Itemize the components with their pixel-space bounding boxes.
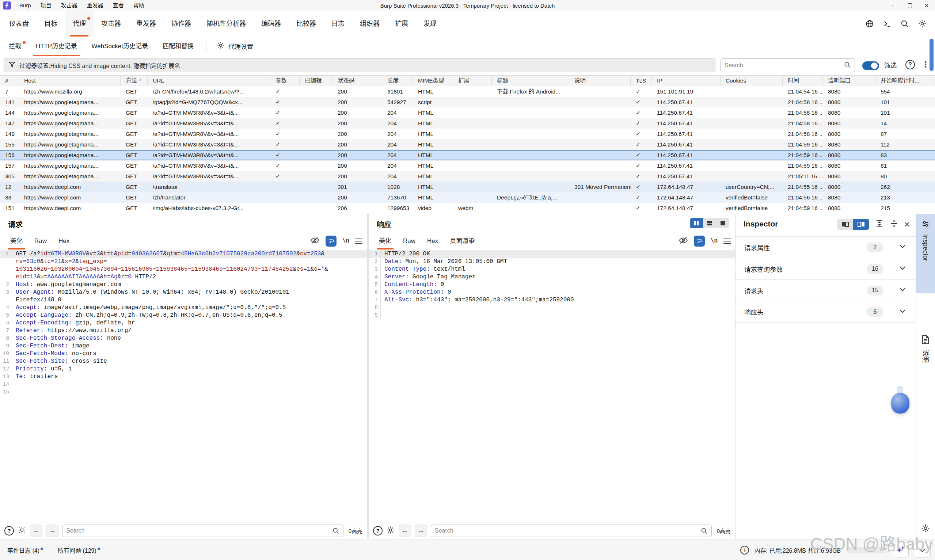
response-search-input[interactable]: [435, 528, 700, 534]
inspector-section-请求查询参数[interactable]: 请求查询参数16: [735, 258, 916, 280]
menu-item-1[interactable]: 项目: [36, 0, 56, 11]
column-header-params[interactable]: 参数: [271, 75, 300, 86]
tab-仪表盘[interactable]: 仪表盘: [2, 11, 37, 37]
menu-item-0[interactable]: Burp: [15, 0, 36, 11]
single-pane-icon[interactable]: [716, 218, 729, 228]
prev-match-button[interactable]: ←: [30, 525, 42, 537]
chevron-down-button[interactable]: [914, 543, 930, 557]
dock-left-icon[interactable]: [837, 219, 853, 230]
column-header-mime[interactable]: MIME类型: [413, 75, 453, 86]
notes-doc-icon[interactable]: [921, 335, 930, 346]
column-header-length[interactable]: 长度: [382, 75, 413, 86]
minimize-button[interactable]: −: [884, 0, 901, 11]
menu-item-4[interactable]: 查看: [108, 0, 129, 11]
editor-tab-Hex[interactable]: Hex: [52, 233, 75, 249]
column-header-ip[interactable]: IP: [652, 75, 721, 86]
prev-match-button[interactable]: ←: [398, 525, 411, 537]
response-editor[interactable]: 1HTTP/2 200 OK2Date: Mon, 16 Mar 2026 13…: [369, 250, 735, 521]
subtab-WebSocket历史记录[interactable]: WebSocket历史记录: [84, 37, 155, 56]
editor-menu-icon[interactable]: [723, 238, 731, 244]
tab-代理[interactable]: 代理: [65, 11, 94, 37]
column-header-method[interactable]: 方法^: [121, 75, 148, 86]
help-icon[interactable]: ?: [906, 60, 915, 69]
history-search-input[interactable]: [724, 62, 844, 69]
history-row[interactable]: 149https://www.googletagmana...GET/a?id=…: [0, 129, 935, 139]
request-search-input[interactable]: [66, 528, 332, 534]
word-wrap-icon[interactable]: [694, 235, 705, 246]
split-horizontal-icon[interactable]: [703, 218, 716, 228]
gear-icon[interactable]: [921, 523, 930, 534]
filter-settings-bar[interactable]: 过滤器设置:Hiding CSS and image content; 隐藏指定…: [4, 58, 715, 72]
strip-tab-inspector[interactable]: Inspector: [921, 234, 929, 261]
editor-menu-icon[interactable]: [355, 238, 363, 244]
inspector-section-请求属性[interactable]: 请求属性2: [735, 236, 916, 258]
collapse-all-icon[interactable]: [890, 219, 898, 229]
history-row[interactable]: 157https://www.googletagmana...GET/a?id=…: [0, 160, 935, 171]
menu-item-5[interactable]: 帮助: [129, 0, 149, 11]
browser-globe-icon[interactable]: [865, 19, 874, 29]
gear-icon[interactable]: [386, 526, 395, 536]
tab-随机性分析器[interactable]: 随机性分析器: [199, 11, 254, 37]
history-row[interactable]: 7https://www.mozilla.orgGET/zh-CN/firefo…: [0, 86, 935, 97]
history-row[interactable]: 151https://www.deepl.comGET/img/ai-labs/…: [0, 203, 935, 213]
scrollbar-thumb[interactable]: [929, 39, 933, 71]
all-issues-button[interactable]: 所有问题 (129): [58, 546, 100, 554]
subtab-匹配和替换[interactable]: 匹配和替换: [155, 37, 201, 56]
editor-tab-页面渲染[interactable]: 页面渲染: [444, 233, 480, 249]
more-options-icon[interactable]: ⋮: [921, 58, 929, 71]
settings-gear-icon[interactable]: [918, 19, 927, 29]
column-header-title[interactable]: 标题: [492, 75, 569, 86]
tab-目标[interactable]: 目标: [37, 11, 65, 37]
split-vertical-icon[interactable]: [690, 218, 703, 228]
tab-组织器[interactable]: 组织器: [352, 11, 387, 37]
ai-sparkles-button[interactable]: [892, 543, 909, 557]
help-icon[interactable]: ?: [373, 526, 383, 535]
inspector-section-请求头[interactable]: 请求头15: [735, 280, 916, 301]
history-row[interactable]: 144https://www.googletagmana...GET/a?id=…: [0, 108, 935, 118]
inspector-section-响应头[interactable]: 响应头6: [735, 301, 916, 323]
history-row[interactable]: 156https://www.googletagmana...GET/a?id=…: [0, 150, 935, 160]
close-button[interactable]: ×: [918, 0, 935, 11]
subtab-HTTP历史记录[interactable]: HTTP历史记录: [29, 37, 84, 56]
editor-tab-Raw[interactable]: Raw: [29, 233, 52, 249]
next-match-button[interactable]: →: [415, 525, 427, 537]
tab-协作器[interactable]: 协作器: [164, 11, 199, 37]
column-header-edited[interactable]: 已编辑: [300, 75, 332, 86]
menu-item-3[interactable]: 重发器: [82, 0, 108, 11]
next-match-button[interactable]: →: [46, 525, 58, 537]
event-log-button[interactable]: 事件日志 (4): [7, 546, 43, 554]
column-header-cookies[interactable]: Cookies: [721, 75, 783, 86]
column-header-host[interactable]: Host: [19, 75, 121, 86]
help-icon[interactable]: ?: [5, 526, 14, 535]
show-newlines-icon[interactable]: \n: [342, 238, 349, 245]
editor-tab-Raw[interactable]: Raw: [397, 233, 421, 249]
gear-icon[interactable]: [17, 526, 26, 536]
history-row[interactable]: 147https://www.googletagmana...GET/a?id=…: [0, 118, 935, 129]
column-header-url[interactable]: URL: [148, 75, 271, 86]
filter-toggle[interactable]: [862, 62, 879, 70]
maximize-button[interactable]: [901, 0, 918, 11]
word-wrap-icon[interactable]: [326, 235, 337, 246]
tab-比较器[interactable]: 比较器: [289, 11, 324, 37]
column-header-port[interactable]: 监听端口: [823, 75, 875, 86]
history-row[interactable]: 305https://www.googletagmana...GET/a?id=…: [0, 171, 935, 182]
expand-all-icon[interactable]: [875, 219, 884, 229]
history-row[interactable]: 12https://www.deepl.comGET/translator301…: [0, 182, 935, 192]
column-header-tls[interactable]: TLS: [631, 75, 652, 86]
column-header-ext[interactable]: 扩展: [453, 75, 492, 86]
history-row[interactable]: 141https://www.googletagmana...GET/gtag/…: [0, 97, 935, 108]
tab-扩展[interactable]: 扩展: [387, 11, 416, 37]
editor-tab-美化[interactable]: 美化: [5, 233, 29, 249]
eye-slash-icon[interactable]: [310, 235, 320, 246]
subtab-拦截[interactable]: 拦截: [2, 37, 29, 56]
column-header-start[interactable]: 开始响应计时...: [875, 75, 935, 86]
close-inspector-icon[interactable]: ×: [904, 220, 910, 229]
editor-tab-Hex[interactable]: Hex: [421, 233, 444, 249]
tab-proxy-settings[interactable]: 代理设置: [212, 41, 258, 51]
strip-tab-notes[interactable]: 说明: [921, 349, 931, 363]
request-editor[interactable]: 1GET /a?id=GTM-MW3R8V&v=3&t=t&pid=940362…: [0, 250, 367, 521]
history-row[interactable]: 155https://www.googletagmana...GET/a?id=…: [0, 139, 935, 150]
editor-tab-美化[interactable]: 美化: [373, 233, 397, 249]
tab-日志[interactable]: 日志: [324, 11, 352, 37]
eye-slash-icon[interactable]: [678, 235, 688, 246]
